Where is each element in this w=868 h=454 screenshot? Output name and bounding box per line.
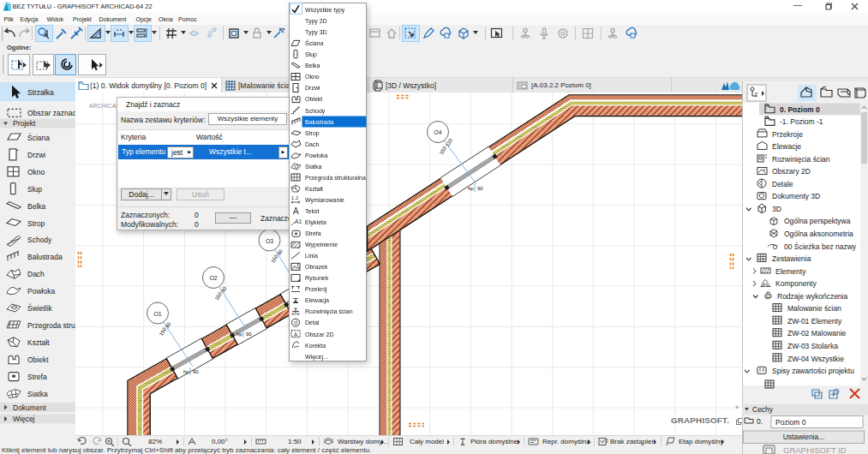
- svg-text:Kształt: Kształt: [27, 338, 50, 347]
- svg-text:Typy 3D: Typy 3D: [305, 29, 327, 36]
- svg-text:Rysunek: Rysunek: [305, 275, 329, 282]
- svg-text:0.: 0.: [757, 417, 763, 426]
- svg-text:Etykieta: Etykieta: [305, 219, 326, 226]
- svg-text:Detal: Detal: [305, 320, 320, 326]
- svg-text:Ściana: Ściana: [27, 133, 50, 142]
- svg-text:Powłoka: Powłoka: [305, 152, 328, 158]
- svg-text:Dach: Dach: [305, 141, 319, 147]
- svg-text:Schody: Schody: [27, 236, 52, 244]
- svg-text:Wymiarowanie: Wymiarowanie: [305, 197, 344, 204]
- svg-text:A: A: [293, 206, 299, 216]
- svg-text:ZW-03 Stolarka: ZW-03 Stolarka: [787, 342, 838, 350]
- svg-text:Więcej...: Więcej...: [305, 354, 328, 361]
- svg-text:Elewacje: Elewacje: [772, 142, 801, 151]
- svg-text:ZW-01 Elementy: ZW-01 Elementy: [787, 317, 842, 326]
- svg-text:Wypełnienie: Wypełnienie: [305, 242, 338, 248]
- svg-text:Tekst: Tekst: [305, 208, 319, 214]
- svg-text:hp: hp: [183, 369, 189, 374]
- svg-text:Siatka: Siatka: [27, 390, 48, 398]
- svg-text:Rozwinięcia ścian: Rozwinięcia ścian: [772, 155, 830, 164]
- svg-text:Siatka: Siatka: [305, 164, 322, 170]
- svg-text:Obszary 2D: Obszary 2D: [772, 167, 811, 176]
- svg-text:Świetlik: Świetlik: [27, 303, 53, 313]
- svg-text:d: d: [294, 320, 297, 326]
- svg-text:A1: A1: [295, 218, 302, 224]
- svg-text:Rozwinięcia ścian: Rozwinięcia ścian: [305, 308, 353, 315]
- svg-text:Więcej: Więcej: [13, 415, 35, 423]
- svg-text:Strop: Strop: [27, 219, 45, 228]
- svg-text:Typy 2D: Typy 2D: [305, 18, 327, 25]
- svg-text:Linia: Linia: [305, 253, 318, 259]
- svg-text:Spisy zawartości projektu: Spisy zawartości projektu: [772, 367, 854, 375]
- svg-text:Drzwi: Drzwi: [305, 85, 320, 91]
- svg-text:Cechy: Cechy: [752, 405, 774, 414]
- svg-text:Obszar zaznacz...: Obszar zaznacz...: [27, 109, 75, 117]
- svg-text:Obiekt: Obiekt: [305, 96, 322, 102]
- svg-text:00 Ścieżka bez nazwy: 00 Ścieżka bez nazwy: [784, 242, 857, 251]
- svg-text:Projekt: Projekt: [13, 119, 36, 128]
- svg-text:Rodzaje wykończenia: Rodzaje wykończenia: [777, 292, 847, 301]
- svg-text:O4: O4: [434, 129, 441, 135]
- svg-text:O3: O3: [266, 238, 273, 244]
- svg-text:Dokumenty 3D: Dokumenty 3D: [772, 192, 820, 200]
- svg-text:Przegroda struk...: Przegroda struk...: [27, 321, 75, 330]
- svg-text:90: 90: [246, 332, 252, 337]
- svg-text:Balustrada: Balustrada: [27, 253, 63, 261]
- svg-text:Strefa: Strefa: [27, 373, 47, 381]
- svg-text:Drzwi: Drzwi: [27, 151, 45, 159]
- svg-text:Strzałka: Strzałka: [27, 88, 54, 97]
- svg-text:Balustrada: Balustrada: [305, 119, 334, 125]
- svg-text:Korekta: Korekta: [305, 343, 326, 349]
- svg-text:Obszar 2D: Obszar 2D: [305, 332, 333, 338]
- svg-text:90: 90: [477, 186, 483, 191]
- svg-text:hp: hp: [236, 332, 242, 337]
- svg-text:Malowanie ścian: Malowanie ścian: [787, 304, 841, 313]
- svg-text:Belka: Belka: [305, 63, 320, 69]
- svg-text:GRAPHISOFT ID: GRAPHISOFT ID: [783, 445, 847, 454]
- svg-text:1.2: 1.2: [291, 195, 299, 200]
- svg-text:A: A: [294, 332, 298, 338]
- svg-text:Powłoka: Powłoka: [27, 287, 55, 296]
- svg-text:Schody: Schody: [305, 108, 326, 115]
- svg-text:Zestawienia: Zestawienia: [772, 254, 811, 263]
- svg-text:Przekrój: Przekrój: [305, 286, 327, 293]
- svg-text:ZW-04 Wszystkie: ZW-04 Wszystkie: [787, 355, 844, 363]
- svg-text:Strefa: Strefa: [305, 230, 321, 236]
- svg-text:Strop: Strop: [305, 130, 320, 137]
- svg-text:Kształt: Kształt: [305, 186, 323, 192]
- svg-text:90: 90: [193, 369, 199, 374]
- svg-text:Ogólna aksonometria: Ogólna aksonometria: [784, 230, 853, 238]
- svg-text:hp: hp: [468, 186, 474, 191]
- svg-text:Obiekt: Obiekt: [27, 355, 49, 364]
- svg-text:Poziom 0: Poziom 0: [775, 418, 806, 427]
- svg-text:Dokument: Dokument: [13, 403, 46, 412]
- svg-text:Ogólna perspektywa: Ogólna perspektywa: [784, 217, 851, 225]
- svg-text:Wszystkie typy: Wszystkie typy: [305, 7, 345, 14]
- svg-text:O2: O2: [209, 275, 217, 281]
- svg-text:GRAPHISOFT.: GRAPHISOFT.: [671, 415, 729, 425]
- svg-text:Dach: Dach: [27, 270, 45, 278]
- svg-text:Słup: Słup: [305, 51, 317, 58]
- svg-text:Obrazek: Obrazek: [305, 264, 328, 270]
- svg-text:Komponenty: Komponenty: [775, 279, 817, 288]
- svg-text:Belka: Belka: [27, 202, 46, 211]
- svg-text:Przekroje: Przekroje: [772, 130, 803, 139]
- svg-text:Słup: Słup: [27, 185, 42, 194]
- svg-text:0. Poziom 0: 0. Poziom 0: [780, 105, 820, 114]
- svg-text:Detale: Detale: [772, 180, 793, 188]
- svg-text:3D: 3D: [772, 205, 781, 213]
- svg-text:Ściana: Ściana: [305, 39, 324, 46]
- svg-text:Elewacja: Elewacja: [305, 297, 329, 304]
- svg-text:Okno: Okno: [305, 74, 320, 80]
- svg-text:ZW-02 Malowanie: ZW-02 Malowanie: [787, 329, 847, 338]
- svg-text:Okno: Okno: [27, 168, 45, 176]
- svg-text:O1: O1: [153, 311, 161, 317]
- svg-text:Ustawienia...: Ustawienia...: [783, 433, 825, 441]
- svg-text:-1. Poziom -1: -1. Poziom -1: [780, 117, 823, 126]
- svg-text:Przegroda strukturalna: Przegroda strukturalna: [305, 175, 366, 182]
- svg-text:Elementy: Elementy: [775, 267, 806, 276]
